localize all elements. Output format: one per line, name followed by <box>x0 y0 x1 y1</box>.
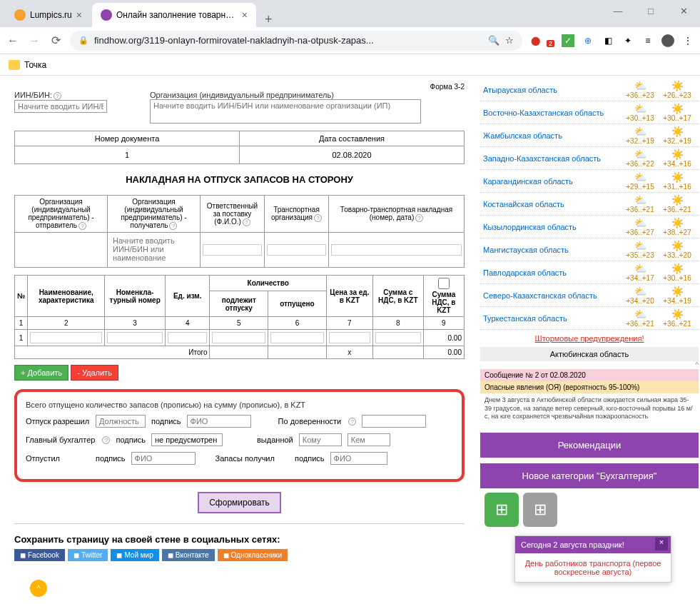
help-icon[interactable]: ? <box>415 214 423 222</box>
proxy-input[interactable] <box>362 415 426 428</box>
odnoklassniki-button[interactable]: ◼ Одноклассники <box>218 549 288 561</box>
item-nomen-input[interactable] <box>107 332 163 343</box>
received-input[interactable] <box>330 452 387 465</box>
reload-button[interactable]: ⟳ <box>49 34 63 47</box>
url-input[interactable]: 🔒 findhow.org/3119-onlayn-formirovatel-n… <box>70 31 522 51</box>
close-icon[interactable]: × <box>242 9 248 21</box>
item-qty2-input[interactable] <box>270 332 324 343</box>
weather-row: Кызылординская область⛅+36..+27☀️+38..+2… <box>480 216 699 238</box>
help-icon[interactable]: ? <box>102 436 110 444</box>
region-link[interactable]: Кызылординская область <box>483 223 622 231</box>
bookmark-item[interactable]: Точка <box>24 60 46 70</box>
ext-globe-icon[interactable]: ⊕ <box>582 34 594 47</box>
folder-icon <box>9 60 20 70</box>
twitter-button[interactable]: ◼ Twitter <box>68 549 108 561</box>
share-label: Сохранить страницу на своей стене в соци… <box>14 534 465 545</box>
tab-active[interactable]: Онлайн заполнение товарной н × <box>92 3 256 27</box>
whom-input[interactable] <box>299 433 342 446</box>
transport-input[interactable] <box>267 244 326 256</box>
delete-button[interactable]: - Удалить <box>71 365 118 381</box>
weather-icon: ⛅ <box>634 149 646 160</box>
back-button[interactable]: ← <box>6 34 20 47</box>
item-price-input[interactable] <box>329 332 370 343</box>
region-link[interactable]: Мангистауская область <box>483 246 622 254</box>
iin-input[interactable] <box>14 100 107 113</box>
party-table: Организация (индивидуальный предпринимат… <box>14 195 465 268</box>
region-link[interactable]: Туркестанская область <box>483 314 622 323</box>
tab-title: Lumpics.ru <box>30 10 72 20</box>
new-category-box[interactable]: Новое категории "Бухгалтерия" <box>480 463 699 488</box>
maximize-button[interactable]: □ <box>634 0 667 21</box>
minimize-button[interactable]: — <box>602 0 634 21</box>
add-button[interactable]: + Добавить <box>14 365 69 381</box>
org-input[interactable] <box>150 99 421 124</box>
forward-button[interactable]: → <box>27 34 41 47</box>
released-input[interactable] <box>131 452 196 465</box>
ext-check-icon[interactable]: ✓ <box>562 34 574 47</box>
item-qty1-input[interactable] <box>212 332 265 343</box>
sender-input[interactable] <box>17 235 105 263</box>
recipient-header: Организация (индивидуальный предпринимат… <box>108 196 201 233</box>
accountant-input[interactable] <box>151 433 223 446</box>
by-input[interactable] <box>348 433 390 446</box>
region-link[interactable]: Восточно-Казахстанская область <box>483 109 622 117</box>
facebook-button[interactable]: ◼ Facebook <box>14 549 65 561</box>
notif-link[interactable]: День работников транспорта (первое воскр… <box>525 559 661 576</box>
responsible-input[interactable] <box>203 244 262 256</box>
recommend-box[interactable]: Рекомендации <box>480 433 699 458</box>
reading-list-icon[interactable]: ≡ <box>641 34 654 47</box>
ext-opera-icon[interactable]: ⬤ <box>529 34 542 47</box>
col-name: Наименование, характеристика <box>28 276 105 317</box>
calculator-icon[interactable]: ⊞ <box>485 493 519 527</box>
item-name-input[interactable] <box>30 332 102 343</box>
new-tab-button[interactable]: + <box>258 12 280 27</box>
position-input[interactable] <box>96 415 146 428</box>
fio-input[interactable] <box>187 415 251 428</box>
submit-button[interactable]: Сформировать <box>198 492 281 513</box>
transport-header: Транспортная организация? <box>265 196 329 233</box>
item-unit-input[interactable] <box>168 332 208 343</box>
region-link[interactable]: Павлодарская область <box>483 268 622 277</box>
help-icon[interactable]: ? <box>314 214 322 222</box>
vkontakte-button[interactable]: ◼ Вконтакте <box>162 549 215 561</box>
region-link[interactable]: Западно-Казахстанская область <box>483 154 622 163</box>
col-n: № <box>15 276 28 317</box>
ttn-input[interactable] <box>331 244 462 256</box>
close-icon[interactable]: × <box>76 9 82 21</box>
region-link[interactable]: Костанайская область <box>483 200 622 208</box>
avatar[interactable] <box>661 34 674 47</box>
search-icon[interactable]: 🔍 <box>488 35 499 46</box>
ext-cube-icon[interactable]: ◧ <box>602 34 614 47</box>
help-icon[interactable]: ? <box>169 222 177 230</box>
help-icon[interactable]: ? <box>54 92 61 100</box>
doc-no-input[interactable] <box>34 149 220 161</box>
moimir-button[interactable]: ◼ Мой мир <box>111 549 158 561</box>
weather-row: Карагандинская область⛅+29..+15☀️+31..+1… <box>480 170 699 193</box>
col-nomen: Номенкла-турный номер <box>105 276 166 317</box>
close-icon[interactable]: × <box>655 538 668 550</box>
close-window-button[interactable]: ✕ <box>667 0 700 21</box>
star-icon[interactable]: ☆ <box>505 35 514 46</box>
col-qty2: отпущено <box>268 291 327 317</box>
region-link[interactable]: Атырауская область <box>483 86 622 94</box>
menu-icon[interactable]: ⋮ <box>681 34 694 47</box>
released-label: Всего отпущено количество запасов (пропи… <box>26 401 453 409</box>
region-link[interactable]: Карагандинская область <box>483 177 622 186</box>
weather-widget: Атырауская область⛅+36..+23☀️+26..+23Вос… <box>480 79 699 330</box>
item-sum-input[interactable] <box>375 332 421 343</box>
help-icon[interactable]: ? <box>243 218 250 226</box>
tab-lumpics[interactable]: Lumpics.ru × <box>6 3 91 27</box>
help-icon[interactable]: ? <box>78 222 86 230</box>
region-link[interactable]: Жамбылская область <box>483 131 622 140</box>
region-link[interactable]: Северо-Казахстанская область <box>483 291 622 300</box>
weather-icon: ☀️ <box>671 217 684 228</box>
storm-link[interactable]: Штормовые предупреждения! <box>480 330 699 347</box>
extensions-icon[interactable]: ✦ <box>622 34 634 47</box>
weather-icon: ☀️ <box>671 194 684 206</box>
date-input[interactable] <box>259 149 445 161</box>
recipient-input[interactable] <box>110 235 198 263</box>
calculator-icon[interactable]: ⊞ <box>523 493 557 527</box>
scroll-top-button[interactable]: ^ <box>30 580 47 597</box>
help-icon[interactable]: ? <box>348 418 356 426</box>
nds-checkbox[interactable] <box>426 278 462 289</box>
